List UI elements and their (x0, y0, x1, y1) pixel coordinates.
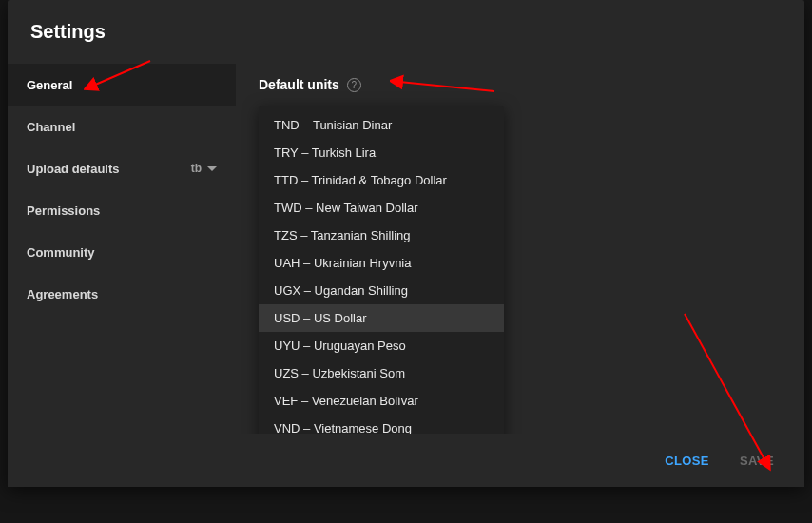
currency-option[interactable]: TRY – Turkish Lira (259, 139, 504, 166)
dialog-footer: CLOSE SAVE (8, 434, 804, 487)
currency-option[interactable]: UYU – Uruguayan Peso (259, 332, 504, 359)
currency-option[interactable]: TZS – Tanzanian Shilling (259, 222, 504, 249)
sidebar-item-label: Permissions (27, 203, 100, 218)
currency-dropdown[interactable]: TND – Tunisian DinarTRY – Turkish LiraTT… (259, 106, 504, 487)
currency-option[interactable]: USD – US Dollar (259, 304, 504, 332)
settings-dialog: Settings General Channel Upload defaults… (8, 0, 804, 487)
dialog-title: Settings (30, 21, 782, 43)
sidebar-item-label: General (27, 78, 72, 92)
dialog-body: General Channel Upload defaults tb Permi… (8, 60, 804, 487)
currency-option[interactable]: UZS – Uzbekistani Som (259, 359, 504, 387)
currency-option[interactable]: TWD – New Taiwan Dollar (259, 194, 504, 222)
currency-option[interactable]: TTD – Trinidad & Tobago Dollar (259, 166, 504, 194)
sidebar-item-upload-defaults[interactable]: Upload defaults tb (8, 147, 236, 189)
tubebuddy-badge: tb (191, 162, 202, 175)
sidebar-item-general[interactable]: General (8, 64, 236, 106)
sidebar-item-label: Community (27, 245, 95, 260)
sidebar-item-community[interactable]: Community (8, 231, 236, 273)
sidebar-item-label: Channel (27, 120, 75, 134)
save-button[interactable]: SAVE (728, 446, 785, 475)
chevron-down-icon (207, 166, 217, 171)
currency-option[interactable]: UGX – Ugandan Shilling (259, 277, 504, 304)
help-icon[interactable]: ? (347, 78, 361, 92)
sidebar-item-label: Agreements (27, 287, 98, 301)
sidebar-item-channel[interactable]: Channel (8, 106, 236, 147)
dialog-header: Settings (8, 0, 804, 60)
settings-main: Default units ? TND – Tunisian DinarTRY … (236, 60, 804, 487)
section-title: Default units (259, 77, 339, 92)
sidebar-item-label: Upload defaults (27, 162, 120, 176)
sidebar-item-permissions[interactable]: Permissions (8, 189, 236, 231)
close-button[interactable]: CLOSE (653, 446, 721, 475)
settings-sidebar: General Channel Upload defaults tb Permi… (8, 60, 236, 487)
currency-option[interactable]: UAH – Ukrainian Hryvnia (259, 249, 504, 277)
currency-option[interactable]: TND – Tunisian Dinar (259, 111, 504, 139)
sidebar-item-agreements[interactable]: Agreements (8, 273, 236, 315)
currency-option[interactable]: VEF – Venezuelan Bolívar (259, 387, 504, 415)
section-header: Default units ? (259, 77, 782, 92)
